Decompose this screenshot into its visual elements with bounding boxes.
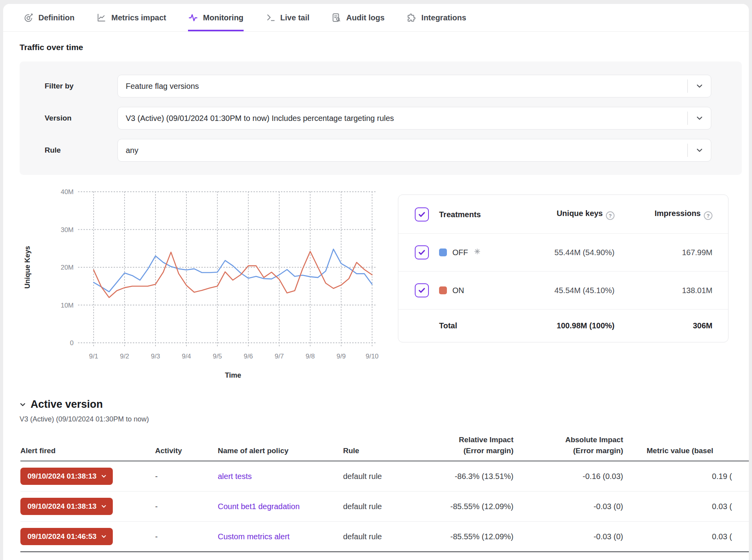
svg-text:20M: 20M xyxy=(61,264,74,271)
svg-text:0: 0 xyxy=(70,339,74,347)
treatments-column-header: Treatments xyxy=(439,210,497,219)
tab-monitoring[interactable]: Monitoring xyxy=(188,13,243,31)
impressions-column-header: Impressions? xyxy=(615,209,712,220)
alert-fired-badge[interactable]: 09/10/2024 01:46:53 xyxy=(20,528,113,545)
svg-text:9/3: 9/3 xyxy=(151,353,160,360)
alert-metric-value: 0.03 ( xyxy=(623,502,749,511)
svg-text:9/2: 9/2 xyxy=(120,353,129,360)
alert-policy-link[interactable]: alert tests xyxy=(218,472,252,481)
tab-definition[interactable]: Definition xyxy=(24,13,74,31)
chevron-down-icon xyxy=(101,474,107,479)
alert-rule: default rule xyxy=(343,532,413,541)
alert-policy-link[interactable]: Count bet1 degradation xyxy=(218,502,300,511)
col-activity: Activity xyxy=(155,445,218,456)
treatments-total-row: Total 100.98M (100%) 306M xyxy=(398,309,728,342)
tab-integrations[interactable]: Integrations xyxy=(407,13,466,31)
col-policy: Name of alert policy xyxy=(218,445,343,456)
filter-row-filter-by: Filter by Feature flag versions xyxy=(45,75,711,97)
treatment-name-on: ON xyxy=(439,286,497,295)
off-checkbox[interactable] xyxy=(415,245,429,259)
treatments-card: Treatments Unique keys? Impressions? OFF xyxy=(398,194,728,342)
total-label: Total xyxy=(439,321,497,330)
svg-text:40M: 40M xyxy=(61,188,74,196)
tab-label: Live tail xyxy=(280,13,309,22)
svg-text:9/1: 9/1 xyxy=(89,353,98,360)
version-label: Version xyxy=(45,114,118,122)
treatment-row-off: OFF 55.44M (54.90%) 167.99M xyxy=(398,233,728,271)
alert-relative-impact: -85.55% (12.09%) xyxy=(413,532,513,541)
alert-fired-badge[interactable]: 09/10/2024 01:38:13 xyxy=(20,468,113,485)
alert-absolute-impact: -0.16 (0.03) xyxy=(513,472,623,481)
svg-text:Unique Keys: Unique Keys xyxy=(24,246,31,288)
target-pencil-icon xyxy=(24,13,34,23)
filter-by-value: Feature flag versions xyxy=(118,82,199,91)
svg-text:9/6: 9/6 xyxy=(244,353,253,360)
alert-activity: - xyxy=(155,532,218,541)
svg-text:9/9: 9/9 xyxy=(336,353,346,360)
svg-text:Time: Time xyxy=(225,371,241,379)
alert-metric-value: 0.03 ( xyxy=(623,532,749,541)
help-icon[interactable]: ? xyxy=(704,211,712,220)
col-metric-value: Metric value (basel xyxy=(623,445,749,456)
alerts-table: Alert fired Activity Name of alert polic… xyxy=(20,434,749,552)
line-chart-icon xyxy=(96,13,107,23)
default-treatment-icon xyxy=(474,248,481,257)
alert-absolute-impact: -0.03 (0) xyxy=(513,532,623,541)
on-checkbox[interactable] xyxy=(415,283,429,297)
help-icon[interactable]: ? xyxy=(606,211,615,220)
traffic-chart-wrap: 9/19/29/39/49/59/69/79/89/99/10010M20M30… xyxy=(20,185,392,383)
traffic-chart: 9/19/29/39/49/59/69/79/89/99/10010M20M30… xyxy=(20,185,392,383)
document-search-icon xyxy=(331,13,342,23)
alert-relative-impact: -86.3% (13.51%) xyxy=(413,472,513,481)
alert-row: 09/10/2024 01:46:53 - Custom metrics ale… xyxy=(20,522,749,552)
off-impressions: 167.99M xyxy=(615,248,712,257)
rule-value: any xyxy=(118,146,138,155)
svg-text:9/8: 9/8 xyxy=(306,353,315,360)
svg-text:9/10: 9/10 xyxy=(365,353,378,360)
treatments-select-all-checkbox[interactable] xyxy=(415,207,429,221)
chevron-down-icon[interactable] xyxy=(687,144,711,157)
pulse-icon xyxy=(188,13,198,23)
on-unique-keys: 45.54M (45.10%) xyxy=(497,286,615,295)
tab-label: Integrations xyxy=(421,13,466,22)
chevron-down-icon[interactable] xyxy=(687,79,711,93)
on-series-swatch xyxy=(439,286,447,294)
chart-section: 9/19/29/39/49/59/69/79/89/99/10010M20M30… xyxy=(20,185,749,383)
treatments-header-row: Treatments Unique keys? Impressions? xyxy=(398,195,728,233)
svg-text:30M: 30M xyxy=(61,226,74,234)
tab-live-tail[interactable]: Live tail xyxy=(266,13,309,31)
alert-absolute-impact: -0.03 (0) xyxy=(513,502,623,511)
alert-rule: default rule xyxy=(343,502,413,511)
chevron-down-icon xyxy=(101,504,107,509)
active-version-subtitle: V3 (Active) (09/10/2024 01:30PM to now) xyxy=(20,415,749,423)
chevron-down-icon[interactable] xyxy=(687,112,711,125)
active-version-header[interactable]: Active version xyxy=(20,398,749,411)
svg-text:9/7: 9/7 xyxy=(275,353,284,360)
alert-policy-link[interactable]: Custom metrics alert xyxy=(218,532,289,541)
col-absolute-impact: Absolute Impact (Error margin) xyxy=(513,434,623,456)
tab-bar: Definition Metrics impact Monitoring Liv… xyxy=(3,4,749,32)
version-select[interactable]: V3 (Active) (09/01/2024 01:30PM to now) … xyxy=(118,107,711,130)
tab-label: Metrics impact xyxy=(111,13,166,22)
col-rule: Rule xyxy=(343,445,413,456)
filter-by-select[interactable]: Feature flag versions xyxy=(118,75,711,97)
rule-select[interactable]: any xyxy=(118,139,711,162)
tab-label: Monitoring xyxy=(203,13,243,22)
svg-text:9/4: 9/4 xyxy=(182,353,191,360)
page-title: Traffic over time xyxy=(20,43,749,52)
tab-metrics-impact[interactable]: Metrics impact xyxy=(96,13,166,31)
tab-audit-logs[interactable]: Audit logs xyxy=(331,13,385,31)
svg-text:10M: 10M xyxy=(61,302,74,309)
filter-panel: Filter by Feature flag versions Version … xyxy=(20,61,742,175)
filter-row-version: Version V3 (Active) (09/01/2024 01:30PM … xyxy=(45,107,711,130)
treatment-row-on: ON 45.54M (45.10%) 138.01M xyxy=(398,271,728,309)
alert-row: 09/10/2024 01:38:13 - alert tests defaul… xyxy=(20,461,749,492)
alert-row: 09/10/2024 01:38:13 - Count bet1 degrada… xyxy=(20,492,749,522)
alert-fired-badge[interactable]: 09/10/2024 01:38:13 xyxy=(20,498,113,515)
alerts-table-header: Alert fired Activity Name of alert polic… xyxy=(20,434,749,461)
total-unique-keys: 100.98M (100%) xyxy=(497,321,615,330)
alert-activity: - xyxy=(155,472,218,481)
svg-text:9/5: 9/5 xyxy=(213,353,222,360)
col-alert-fired: Alert fired xyxy=(20,445,155,456)
col-relative-impact: Relative Impact (Error margin) xyxy=(413,434,513,456)
